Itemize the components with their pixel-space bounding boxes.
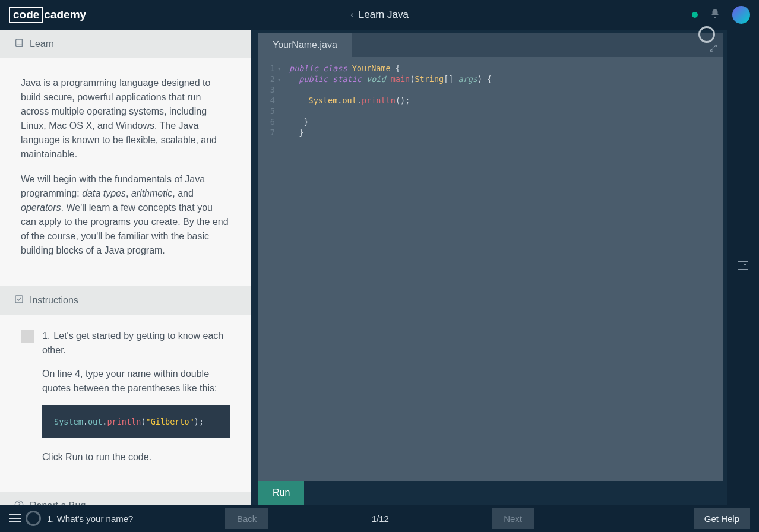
editor-area: YourName.java 1 2 3 4 5 6 7 public class… [251,30,727,505]
terminal-toggle-icon[interactable] [738,261,748,270]
header-right [692,6,750,24]
instruction-text: 1.Let's get started by getting to know e… [42,329,230,474]
lesson-para-1: Java is a programming language designed … [21,76,230,162]
app-header: codecademy Learn Java [0,0,759,30]
expand-icon[interactable] [709,44,717,54]
lesson-name: 1. What's your name? [47,514,133,524]
get-help-button[interactable]: Get Help [694,508,750,529]
footer-nav: Back 1/12 Next [225,508,534,529]
svg-rect-0 [15,296,23,303]
instructions-header-label: Instructions [30,295,78,306]
editor-tab-bar: YourName.java [258,33,723,57]
lesson-panel: Learn Java is a programming language des… [0,30,251,505]
code-editor[interactable]: 1 2 3 4 5 6 7 public class YourName { pu… [258,57,723,481]
lesson-para-2: We will begin with the fundamentals of J… [21,172,230,258]
status-indicator-icon [692,12,698,18]
instruction-item: 1.Let's get started by getting to know e… [21,329,230,474]
learn-header: Learn [0,30,251,58]
step-checkbox[interactable] [21,330,34,343]
logo-box: code [9,7,43,23]
code-sample: System.out.println("Gilberto"); [42,405,230,438]
instructions-body: 1.Let's get started by getting to know e… [0,315,251,492]
run-button[interactable]: Run [258,481,304,505]
lesson-scroll[interactable]: Learn Java is a programming language des… [0,30,251,505]
instructions-header: Instructions [0,286,251,315]
code-lines[interactable]: public class YourName { public static vo… [279,63,492,481]
book-icon [14,38,24,50]
check-square-icon [14,294,24,306]
back-button[interactable]: Back [225,508,268,529]
file-tab[interactable]: YourName.java [258,33,352,57]
learn-header-label: Learn [30,39,54,49]
report-bug-header[interactable]: Report a Bug [0,492,251,505]
report-bug-label: Report a Bug [30,501,86,505]
user-avatar[interactable] [732,6,750,24]
loading-indicator-icon [698,26,715,43]
main-area: Learn Java is a programming language des… [0,30,759,505]
footer-bar: 1. What's your name? Back 1/12 Next Get … [0,505,759,532]
menu-icon[interactable] [9,514,21,522]
logo-text: cademy [44,8,86,21]
question-circle-icon [14,500,24,505]
notifications-icon[interactable] [710,8,720,22]
step-number: 1. [42,331,50,341]
progress-circle-icon [26,511,41,526]
lesson-content: Java is a programming language designed … [0,58,251,286]
progress-indicator: 1/12 [372,514,389,524]
logo[interactable]: codecademy [9,7,86,23]
next-button[interactable]: Next [492,508,534,529]
course-title-link[interactable]: Learn Java [350,9,409,21]
right-rail [727,30,759,505]
run-bar: Run [258,481,723,505]
line-gutter: 1 2 3 4 5 6 7 [258,63,279,481]
